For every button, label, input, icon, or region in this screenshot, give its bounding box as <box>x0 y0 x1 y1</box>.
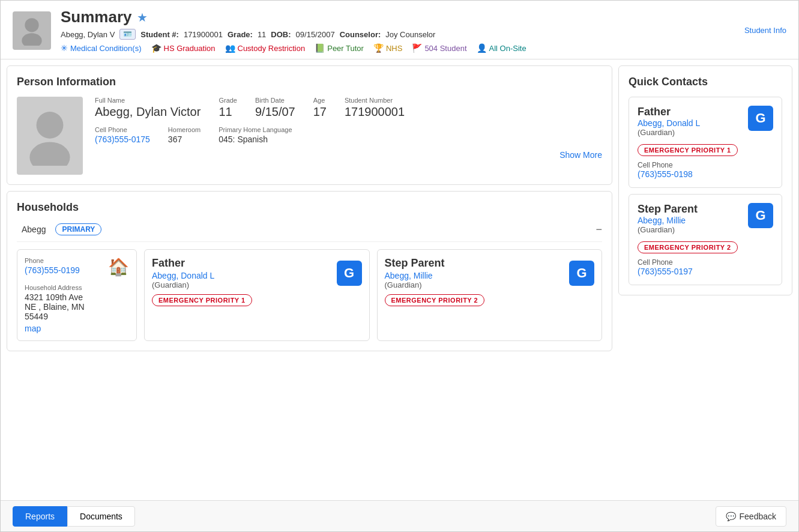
peer-tutor-icon: 📗 <box>315 43 325 53</box>
cell-phone-value[interactable]: (763)555-0175 <box>95 135 150 144</box>
show-more-link[interactable]: Show More <box>559 150 602 160</box>
household-address-value: 4321 109th AveNE , Blaine, MN55449 <box>25 292 129 321</box>
student-name: Abegg, Dylan V <box>61 30 115 39</box>
id-card-icon: 🪪 <box>119 29 136 40</box>
tag-custody[interactable]: 👥 Custody Restriction <box>225 43 306 53</box>
qc-father-phone-label: Cell Phone <box>638 161 773 169</box>
father-priority-badge: EMERGENCY PRIORITY 1 <box>152 294 252 306</box>
grade-group: Grade 11 <box>219 97 237 119</box>
age-value: 17 <box>313 105 327 119</box>
student-number-value: 171900001 <box>345 105 405 119</box>
feedback-icon: 💬 <box>726 512 736 521</box>
households-card: Households Abegg PRIMARY − Phone (763)55… <box>7 191 612 351</box>
page-title: Summary <box>61 8 132 26</box>
tag-504[interactable]: 🚩 504 Student <box>412 43 466 53</box>
grade-label: Grade <box>219 97 237 104</box>
stepparent-role: Step Parent <box>385 257 445 270</box>
qc-stepparent-role: Step Parent <box>638 203 698 216</box>
birth-date-value: 9/15/07 <box>255 105 295 119</box>
household-father-card: Father Abegg, Donald L (Guardian) G EMER… <box>144 249 370 341</box>
feedback-label: Feedback <box>740 512 776 521</box>
homeroom-label: Homeroom <box>168 126 201 133</box>
on-site-icon: 👤 <box>477 43 487 53</box>
tag-nhs[interactable]: 🏆 NHS <box>373 43 402 53</box>
qc-father-avatar: G <box>748 106 773 131</box>
tag-hs-graduation-label: HS Graduation <box>164 44 216 53</box>
bottom-bar: Reports Documents 💬 Feedback <box>1 500 798 531</box>
full-name-value: Abegg, Dylan Victor <box>95 105 201 119</box>
stepparent-name[interactable]: Abegg, Millie <box>385 271 445 280</box>
father-avatar: G <box>337 261 362 286</box>
household-collapse-button[interactable]: − <box>595 223 602 236</box>
qc-stepparent-name[interactable]: Abegg, Millie <box>638 216 698 225</box>
father-name[interactable]: Abegg, Donald L <box>152 271 214 280</box>
graduation-icon: 🎓 <box>151 43 161 53</box>
tag-hs-graduation[interactable]: 🎓 HS Graduation <box>151 43 216 53</box>
student-number-group: Student Number 171900001 <box>345 97 405 119</box>
student-number-label: Student #: <box>140 30 179 39</box>
age-label: Age <box>313 97 327 104</box>
documents-tab[interactable]: Documents <box>67 506 135 527</box>
phone-value[interactable]: (763)555-0199 <box>25 265 80 275</box>
quick-contacts-list: Father Abegg, Donald L (Guardian) G EMER… <box>629 97 782 285</box>
map-link[interactable]: map <box>25 324 41 333</box>
header-tags: ✳ Medical Condition(s) 🎓 HS Graduation 👥… <box>61 43 526 53</box>
father-role: Father <box>152 257 214 270</box>
custody-icon: 👥 <box>225 43 235 53</box>
quick-contacts-title: Quick Contacts <box>629 76 782 88</box>
households-title: Households <box>17 201 602 214</box>
qc-stepparent-type: (Guardian) <box>638 225 698 234</box>
qc-father-name[interactable]: Abegg, Donald L <box>638 118 700 128</box>
student-meta: Abegg, Dylan V 🪪 Student #: 171900001 Gr… <box>61 29 526 40</box>
qc-father-phone[interactable]: (763)555-0198 <box>638 169 773 179</box>
tag-504-label: 504 Student <box>424 44 466 53</box>
person-fields: Full Name Abegg, Dylan Victor Grade 11 B… <box>95 97 602 175</box>
father-type: (Guardian) <box>152 280 214 289</box>
star-icon[interactable]: ★ <box>137 10 148 25</box>
qc-stepparent-phone[interactable]: (763)555-0197 <box>638 267 773 276</box>
feedback-button[interactable]: 💬 Feedback <box>716 506 786 527</box>
student-dob: 09/15/2007 <box>296 30 335 39</box>
quick-contact-father: Father Abegg, Donald L (Guardian) G EMER… <box>629 97 782 188</box>
qc-stepparent-avatar: G <box>748 203 773 228</box>
right-panel: Quick Contacts Father Abegg, Donald L (G… <box>618 65 792 494</box>
phone-label: Phone <box>25 257 80 264</box>
qc-father-priority: EMERGENCY PRIORITY 1 <box>638 144 738 156</box>
medical-icon: ✳ <box>61 43 68 53</box>
household-tab-abegg[interactable]: Abegg <box>17 222 50 237</box>
flag-icon: 🚩 <box>412 43 422 53</box>
tag-nhs-label: NHS <box>386 44 402 53</box>
student-number-label2: Student Number <box>345 97 405 104</box>
tag-peer-tutor[interactable]: 📗 Peer Tutor <box>315 43 364 53</box>
household-phone-card: Phone (763)555-0199 🏠 Household Address … <box>17 249 137 341</box>
grade-value: 11 <box>219 105 237 119</box>
student-number: 171900001 <box>184 30 223 39</box>
counselor-label: Counselor: <box>340 30 381 39</box>
left-panel: Person Information Full Name Abegg, Dyla… <box>7 65 612 494</box>
full-name-label: Full Name <box>95 97 201 104</box>
cell-phone-label: Cell Phone <box>95 126 150 133</box>
qc-stepparent-priority: EMERGENCY PRIORITY 2 <box>638 241 738 253</box>
reports-tab[interactable]: Reports <box>13 506 67 527</box>
house-icon: 🏠 <box>108 257 129 277</box>
household-stepparent-card: Step Parent Abegg, Millie (Guardian) G E… <box>377 249 603 341</box>
tag-all-on-site[interactable]: 👤 All On-Site <box>477 43 526 53</box>
main-content: Person Information Full Name Abegg, Dyla… <box>1 59 798 500</box>
bottom-tabs: Reports Documents <box>13 506 135 527</box>
dob-label: DOB: <box>271 30 291 39</box>
person-photo <box>17 97 83 175</box>
household-address-label: Household Address <box>25 284 129 291</box>
tag-medical[interactable]: ✳ Medical Condition(s) <box>61 43 142 53</box>
birth-date-label: Birth Date <box>255 97 295 104</box>
app-container: Summary ★ Abegg, Dylan V 🪪 Student #: 17… <box>0 0 799 532</box>
qc-stepparent-phone-label: Cell Phone <box>638 258 773 267</box>
student-info-link[interactable]: Student Info <box>744 26 786 35</box>
homeroom-group: Homeroom 367 <box>168 126 201 144</box>
quick-contacts-card: Quick Contacts Father Abegg, Donald L (G… <box>618 65 792 295</box>
stepparent-priority-badge: EMERGENCY PRIORITY 2 <box>385 294 485 306</box>
student-avatar <box>13 11 51 50</box>
person-information-card: Person Information Full Name Abegg, Dyla… <box>7 65 612 185</box>
full-name-group: Full Name Abegg, Dylan Victor <box>95 97 201 119</box>
homeroom-value: 367 <box>168 135 201 144</box>
household-tabs: Abegg PRIMARY − <box>17 222 602 242</box>
